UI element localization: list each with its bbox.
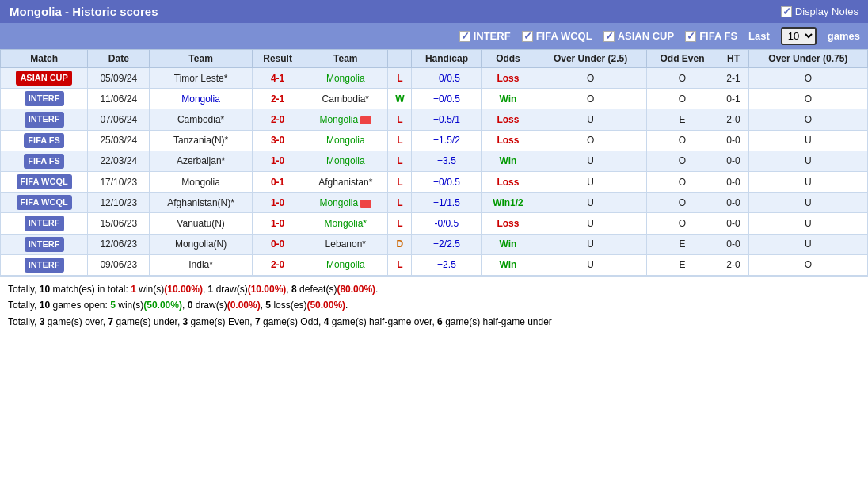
ou075-cell: O [748,109,867,130]
col-team2: Team [303,50,388,68]
score-cell: 2-0 [252,254,303,275]
col-odds: Odds [482,50,535,68]
match-badge: FIFA WCQL [17,195,72,210]
header-title: Mongolia - Historic scores [10,5,158,18]
handicap-cell: +1.5/2 [412,130,482,151]
ou25-cell: U [535,171,646,192]
ou075-cell: U [748,130,867,151]
table-row: INTERF11/06/24Mongolia2-1Cambodia*W+0/0.… [1,89,868,109]
ou075-cell: O [748,89,867,109]
ou075-cell: U [748,151,867,171]
oe-cell: O [646,213,718,234]
match-badge: FIFA FS [24,133,64,148]
score-cell: 2-0 [252,109,303,130]
filter-fifafs[interactable]: FIFA FS [685,30,737,42]
handicap-cell: +1/1.5 [412,193,482,213]
oe-cell: O [646,130,718,151]
team2-cell: Mongolia [303,68,388,89]
match-type-cell: INTERF [1,213,88,234]
odds-cell: Loss [482,213,535,234]
header: Mongolia - Historic scores Display Notes [0,0,868,23]
ht-cell: 2-0 [718,254,748,275]
match-badge: INTERF [25,112,64,127]
summary-line2: Totally, 10 games open: 5 win(s)(50.00%)… [8,297,860,313]
table-row: FIFA FS25/03/24Tanzania(N)*3-0MongoliaL+… [1,130,868,151]
match-type-cell: INTERF [1,89,88,109]
match-type-cell: INTERF [1,254,88,275]
match-badge: INTERF [25,237,64,252]
team1-cell: Cambodia* [150,109,252,130]
table-row: FIFA WCQL17/10/23Mongolia0-1Afghanistan*… [1,171,868,192]
match-type-cell: ASIAN CUP [1,68,88,89]
col-empty [388,50,412,68]
team2-cell: Mongolia [303,193,388,213]
score-cell: 2-1 [252,89,303,109]
results-table: Match Date Team Result Team Handicap Odd… [0,49,868,276]
ou25-cell: U [535,213,646,234]
table-row: INTERF07/06/24Cambodia*2-0MongoliaL+0.5/… [1,109,868,130]
match-badge: ASIAN CUP [16,71,72,86]
match-type-cell: FIFA WCQL [1,171,88,192]
team1-cell: Vanuatu(N) [150,213,252,234]
team2-cell: Mongolia [303,151,388,171]
last-label: Last [748,30,770,42]
team1-cell: Afghanistan(N)* [150,193,252,213]
score-cell: 1-0 [252,151,303,171]
last-games-select[interactable]: 5 10 15 20 [781,27,817,45]
header-right: Display Notes [781,6,858,17]
ou25-cell: O [535,68,646,89]
result-cell: L [388,109,412,130]
odds-cell: Win [482,234,535,254]
date-cell: 22/03/24 [88,151,150,171]
handicap-cell: +0/0.5 [412,68,482,89]
handicap-cell: +0/0.5 [412,89,482,109]
result-cell: L [388,171,412,192]
filter-asiancup[interactable]: ASIAN CUP [603,30,675,42]
asiancup-checkbox[interactable] [603,31,615,42]
ou25-cell: U [535,193,646,213]
odds-cell: Loss [482,109,535,130]
fifafs-checkbox[interactable] [685,31,696,42]
odds-cell: Loss [482,68,535,89]
ou25-cell: U [535,151,646,171]
match-type-cell: INTERF [1,109,88,130]
display-notes-label[interactable]: Display Notes [781,6,858,17]
score-cell: 3-0 [252,130,303,151]
col-handicap: Handicap [412,50,482,68]
summary-line3: Totally, 3 game(s) over, 7 game(s) under… [8,314,860,330]
ou075-cell: U [748,234,867,254]
oe-cell: O [646,193,718,213]
match-badge: INTERF [25,91,64,106]
summary-line1: Totally, 10 match(es) in total: 1 win(s)… [8,281,860,297]
match-badge: FIFA WCQL [17,174,72,189]
display-notes-checkbox[interactable] [781,6,792,17]
fifawcql-checkbox[interactable] [522,31,533,42]
interf-checkbox[interactable] [459,31,470,42]
team2-cell: Mongolia [303,130,388,151]
result-cell: W [388,89,412,109]
filter-interf[interactable]: INTERF [459,30,511,42]
handicap-cell: +3.5 [412,151,482,171]
result-cell: D [388,234,412,254]
team2-cell: Mongolia [303,109,388,130]
ou075-cell: U [748,171,867,192]
ht-cell: 0-0 [718,193,748,213]
score-cell: 0-0 [252,234,303,254]
filter-fifawcql[interactable]: FIFA WCQL [522,30,592,42]
flag-icon [360,200,371,208]
date-cell: 12/10/23 [88,193,150,213]
score-cell: 4-1 [252,68,303,89]
oe-cell: O [646,151,718,171]
ht-cell: 0-0 [718,213,748,234]
team2-cell: Cambodia* [303,89,388,109]
ht-cell: 0-0 [718,130,748,151]
ou075-cell: O [748,254,867,275]
ou25-cell: U [535,234,646,254]
games-label: games [828,30,860,42]
team2-cell: Lebanon* [303,234,388,254]
odds-cell: Loss [482,171,535,192]
odds-cell: Win [482,254,535,275]
col-result: Result [252,50,303,68]
flag-icon [360,116,371,124]
handicap-cell: +2/2.5 [412,234,482,254]
